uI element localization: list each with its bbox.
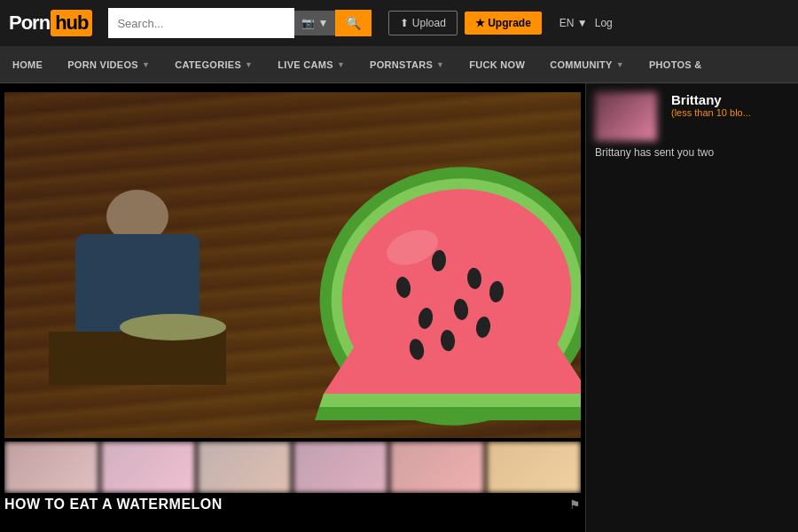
video-title: HOW TO EAT A WATERMELON xyxy=(4,497,223,512)
thumbnail-3[interactable] xyxy=(198,442,292,493)
nav-live-cams-label: LIVE CAMS xyxy=(278,59,333,70)
chat-thumbnail[interactable] xyxy=(595,92,657,141)
chat-username[interactable]: Brittany xyxy=(671,92,751,107)
nav-photos-label: PHOTOS & xyxy=(649,59,702,70)
right-sidebar: Brittany (less than 10 blo... Brittany h… xyxy=(585,83,798,532)
camera-arrow: ▼ xyxy=(317,17,328,29)
thumbnails-row xyxy=(4,442,581,493)
language-selector[interactable]: EN ▼ xyxy=(559,17,588,29)
nav-categories[interactable]: CATEGORIES ▼ xyxy=(162,46,265,82)
nav-fuck-now-label: FUCK NOW xyxy=(469,59,525,70)
thumbnail-1[interactable] xyxy=(4,442,98,493)
camera-button[interactable]: 📷 ▼ xyxy=(294,11,335,35)
flag-icon[interactable]: ⚑ xyxy=(569,497,581,512)
chevron-down-icon: ▼ xyxy=(436,60,444,69)
logo-porn: Porn xyxy=(9,12,50,35)
camera-icon: 📷 xyxy=(301,17,315,29)
nav-community-label: COMMUNITY xyxy=(550,59,613,70)
video-section: HOW TO EAT A WATERMELON ⚑ xyxy=(0,83,585,532)
svg-marker-4 xyxy=(319,394,581,407)
watermelon-graphic xyxy=(297,163,581,438)
nav-fuck-now[interactable]: FUCK NOW xyxy=(457,46,537,82)
header: Porn hub 📷 ▼ 🔍 ⬆ Upload ★ Upgrade EN ▼ L… xyxy=(0,0,798,46)
nav-live-cams[interactable]: LIVE CAMS ▼ xyxy=(265,46,357,82)
thumbnail-2[interactable] xyxy=(101,442,195,493)
svg-marker-5 xyxy=(315,407,581,420)
chevron-down-icon: ▼ xyxy=(142,60,150,69)
search-input[interactable] xyxy=(108,8,294,38)
nav-pornstars[interactable]: PORNSTARS ▼ xyxy=(357,46,457,82)
search-bar: 📷 ▼ 🔍 xyxy=(108,8,374,38)
video-player[interactable] xyxy=(4,92,581,438)
chevron-down-icon: ▼ xyxy=(616,60,624,69)
nav-home-label: HOME xyxy=(12,59,43,70)
logo[interactable]: Porn hub xyxy=(9,10,92,36)
chevron-down-icon: ▼ xyxy=(337,60,345,69)
search-button[interactable]: 🔍 xyxy=(335,10,372,36)
chevron-down-icon: ▼ xyxy=(245,60,253,69)
search-icon: 🔍 xyxy=(346,16,361,30)
main-content: HOW TO EAT A WATERMELON ⚑ Brittany (less… xyxy=(0,83,798,532)
navigation: HOME PORN VIDEOS ▼ CATEGORIES ▼ LIVE CAM… xyxy=(0,46,798,83)
nav-community[interactable]: COMMUNITY ▼ xyxy=(537,46,637,82)
upgrade-button[interactable]: ★ Upgrade xyxy=(465,12,542,35)
chat-subtitle: (less than 10 blo... xyxy=(671,107,751,118)
login-button[interactable]: Log xyxy=(595,17,613,29)
thumbnail-5[interactable] xyxy=(390,442,484,493)
upload-button[interactable]: ⬆ Upload xyxy=(388,11,457,35)
thumbnail-4[interactable] xyxy=(293,442,387,493)
nav-categories-label: CATEGORIES xyxy=(175,59,241,70)
chat-message: Brittany has sent you two xyxy=(595,146,789,159)
nav-porn-videos-label: PORN VIDEOS xyxy=(67,59,138,70)
nav-porn-videos[interactable]: PORN VIDEOS ▼ xyxy=(55,46,162,82)
thumbnail-6[interactable] xyxy=(487,442,581,493)
nav-pornstars-label: PORNSTARS xyxy=(370,59,433,70)
chat-info: Brittany (less than 10 blo... xyxy=(671,92,751,118)
chat-preview: Brittany (less than 10 blo... Brittany h… xyxy=(586,83,798,168)
video-title-bar: HOW TO EAT A WATERMELON ⚑ xyxy=(4,497,581,512)
nav-photos[interactable]: PHOTOS & xyxy=(637,46,715,82)
nav-home[interactable]: HOME xyxy=(0,46,55,82)
logo-hub: hub xyxy=(51,10,92,36)
